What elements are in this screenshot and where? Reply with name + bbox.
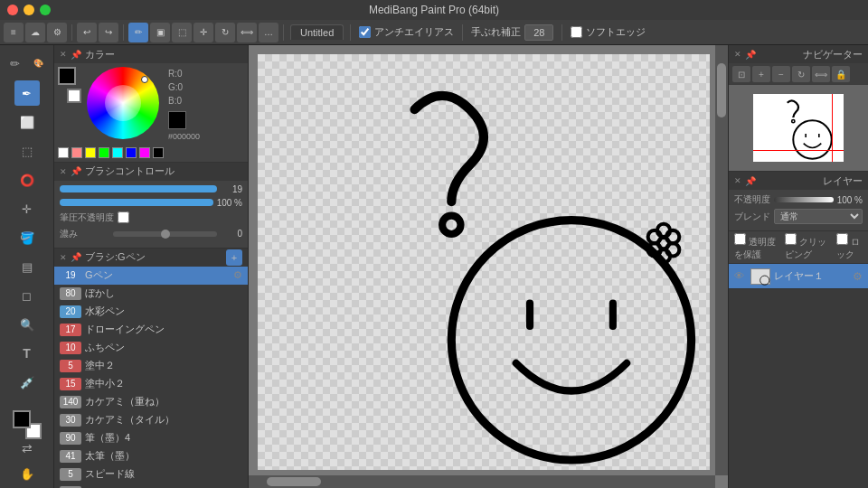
tool-eraser-icon[interactable]: ⬜ — [14, 109, 40, 135]
minimize-button[interactable] — [24, 5, 34, 15]
lock-label[interactable]: ロック — [836, 233, 863, 261]
close-button[interactable] — [7, 5, 18, 15]
tool-select-icon[interactable]: ⬚ — [14, 138, 40, 164]
brush-item[interactable]: 17 ドローイングペン — [54, 321, 248, 339]
pen-tool-button[interactable]: ✏ — [128, 23, 148, 42]
nav-preview[interactable] — [729, 85, 868, 171]
undo-button[interactable]: ↩ — [77, 23, 97, 42]
clip-label[interactable]: クリッピング — [785, 233, 828, 261]
tool-bucket-icon[interactable]: 🪣 — [14, 225, 40, 250]
pressure-checkbox[interactable] — [118, 211, 129, 223]
layer-settings-icon[interactable]: ⚙ — [853, 270, 863, 283]
scroll-thumb-horizontal[interactable] — [267, 477, 321, 486]
canvas-scrollbar-horizontal[interactable] — [249, 475, 715, 488]
tool-color-icon[interactable]: 🎨 — [28, 51, 51, 76]
brush-list-close[interactable]: ✕ — [60, 253, 67, 262]
scroll-thumb-vertical[interactable] — [717, 63, 726, 117]
nav-flip-h[interactable]: ⟺ — [812, 66, 830, 82]
layer-visibility-icon[interactable]: 👁 — [734, 270, 747, 283]
tool-pen-icon[interactable]: ✒ — [14, 80, 40, 106]
nav-zoom-fit[interactable]: ⊡ — [732, 66, 750, 82]
tool-zoom-icon[interactable]: 🔍 — [14, 312, 40, 337]
nav-rotate[interactable]: ↻ — [792, 66, 810, 82]
brush-item[interactable]: 30 カケアミ（タイル） — [54, 411, 248, 429]
fg-swatch[interactable] — [58, 67, 76, 85]
canvas-content[interactable] — [258, 54, 710, 470]
brush-item[interactable]: 20 水彩ペン — [54, 303, 248, 321]
tool-lasso-icon[interactable]: ⭕ — [14, 167, 40, 192]
tool-gradient-icon[interactable]: ▤ — [14, 254, 40, 279]
tool-shape-icon[interactable]: ◻ — [14, 283, 40, 308]
layer-pin[interactable]: 📌 — [745, 176, 756, 186]
redo-button[interactable]: ↪ — [99, 23, 118, 42]
canvas-scrollbar-vertical[interactable] — [715, 45, 728, 475]
stabilizer-input[interactable]: 28 — [524, 24, 553, 41]
layer-close[interactable]: ✕ — [734, 176, 741, 185]
brush-control-pin[interactable]: 📌 — [71, 166, 81, 176]
soft-edge-checkbox[interactable] — [571, 26, 582, 38]
brush-item[interactable]: 5 スピード線 — [54, 465, 248, 483]
tool-hand-icon[interactable]: ✋ — [14, 461, 40, 486]
more-button[interactable]: … — [259, 23, 278, 42]
brush-item[interactable]: 5 塗中２ — [54, 357, 248, 375]
canvas-area[interactable] — [249, 45, 728, 488]
antialias-checkbox[interactable] — [359, 26, 371, 38]
swatch-blue[interactable] — [126, 147, 137, 158]
preserve-label[interactable]: 透明度を保護 — [734, 233, 778, 261]
brush-item[interactable]: 15 塗中小２ — [54, 375, 248, 393]
swap-colors-icon[interactable]: ⇄ — [22, 441, 33, 455]
brush-size-slider[interactable] — [60, 185, 217, 192]
swatch-green[interactable] — [99, 147, 109, 158]
flip-button[interactable]: ⟺ — [237, 23, 257, 42]
nav-lock[interactable]: 🔒 — [832, 66, 850, 82]
color-panel-pin[interactable]: 📌 — [71, 50, 81, 60]
brush-item[interactable]: 10 ふちペン — [54, 339, 248, 357]
transform-button[interactable]: ✛ — [193, 23, 213, 42]
nav-pin[interactable]: 📌 — [745, 50, 756, 60]
swatch-cyan[interactable] — [112, 147, 123, 158]
canvas-tab[interactable]: Untitled — [290, 24, 344, 40]
clip-checkbox[interactable] — [785, 233, 797, 245]
brush-item[interactable]: 80 ぼかし — [54, 285, 248, 303]
swatch-black[interactable] — [153, 147, 164, 158]
rect-tool-button[interactable]: ▣ — [150, 23, 170, 42]
preserve-checkbox[interactable] — [734, 233, 746, 245]
swatch-red[interactable] — [71, 147, 82, 158]
brush-item[interactable]: 140 カケアミ（重ね） — [54, 393, 248, 411]
lock-checkbox[interactable] — [836, 233, 848, 245]
brush-list-pin[interactable]: 📌 — [71, 252, 81, 262]
density-slider[interactable] — [113, 231, 217, 237]
color-wheel[interactable] — [87, 67, 159, 139]
cloud-button[interactable]: ☁ — [25, 23, 45, 42]
tool-pencil-icon[interactable]: ✏ — [4, 51, 26, 76]
maximize-button[interactable] — [40, 5, 51, 15]
tool-text-icon[interactable]: T — [14, 341, 40, 366]
layer-item[interactable]: 👁 レイヤー１ ⚙ — [729, 264, 868, 289]
fg-color-swatch[interactable] — [13, 410, 31, 428]
blend-select[interactable]: 通常 — [774, 209, 863, 224]
rotate-button[interactable]: ↻ — [215, 23, 235, 42]
swatch-white[interactable] — [58, 147, 69, 158]
nav-close[interactable]: ✕ — [734, 50, 741, 59]
brush-item[interactable]: 19 Gペン ⚙ — [54, 267, 248, 285]
tool-eyedrop-icon[interactable]: 💉 — [14, 370, 40, 395]
window-controls[interactable] — [7, 5, 51, 15]
brush-item[interactable]: 41 太筆（墨） — [54, 447, 248, 465]
nav-zoom-out[interactable]: − — [772, 66, 790, 82]
brush-item[interactable]: 90 筆（墨）4 — [54, 429, 248, 447]
tool-move-icon[interactable]: ✛ — [14, 196, 40, 221]
color-panel-close[interactable]: ✕ — [60, 50, 67, 59]
settings-button[interactable]: ⚙ — [47, 23, 67, 42]
brush-control-close[interactable]: ✕ — [60, 167, 67, 176]
swatch-yellow[interactable] — [85, 147, 96, 158]
select-button[interactable]: ⬚ — [172, 23, 192, 42]
bg-swatch[interactable] — [67, 89, 81, 103]
opacity-slider[interactable] — [774, 197, 834, 202]
swatch-magenta[interactable] — [139, 147, 150, 158]
brush-add-button[interactable]: + — [226, 249, 242, 266]
nav-zoom-in[interactable]: + — [752, 66, 770, 82]
brush-opacity-slider[interactable] — [60, 199, 213, 206]
drawing-svg[interactable] — [258, 54, 710, 478]
menu-button[interactable]: ≡ — [4, 23, 24, 42]
color-preview[interactable] — [168, 111, 186, 129]
